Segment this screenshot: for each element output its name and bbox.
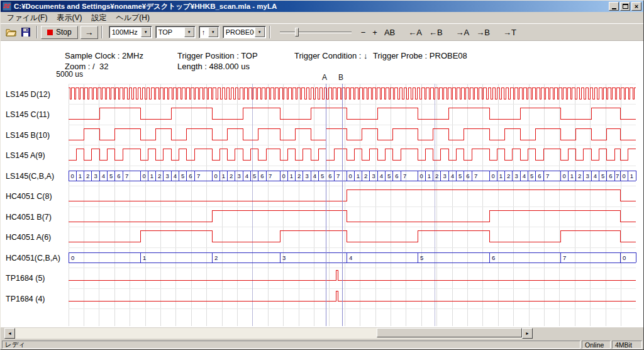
zoom-out-button[interactable]: −	[358, 26, 369, 38]
sample-clock-info: Sample Clock : 2MHz	[65, 51, 143, 60]
menu-help[interactable]: ヘルプ(H)	[111, 11, 155, 25]
bus-value: 0	[492, 172, 495, 179]
title-bar[interactable]: C:¥Documents and Settings¥noname¥デスクトップ¥…	[1, 1, 643, 12]
goto-cursor-b-button[interactable]: →B	[474, 26, 492, 38]
chevron-down-icon[interactable]: ▼	[255, 27, 265, 37]
trigger-probe-info: Trigger Probe : PROBE08	[373, 51, 467, 60]
bus-value: 5	[530, 172, 533, 179]
bus-value: 1	[290, 172, 293, 179]
open-file-button[interactable]	[3, 25, 18, 39]
bus-value: 6	[117, 172, 120, 179]
channel-label: LS145 C(11)	[6, 110, 50, 119]
bus-value: 5	[109, 172, 113, 179]
trigger-position-select[interactable]: TOP ▼	[155, 26, 196, 38]
menu-view[interactable]: 表示(V)	[52, 11, 87, 25]
channel-row-10: TP1684 (4)	[6, 291, 636, 303]
channel-label: HC4051(C,B,A)	[6, 254, 60, 262]
bus-value: 2	[86, 172, 89, 179]
bus-value: 0	[282, 172, 286, 179]
bus-value: 4	[102, 172, 105, 179]
set-cursor-a-button[interactable]: ←A	[406, 26, 425, 38]
bus-value: 4	[245, 172, 248, 179]
bus-value: 2	[297, 172, 301, 179]
bus-value: 1	[499, 172, 502, 179]
trigger-edge-select[interactable]: ↑ ▼	[199, 26, 219, 38]
channel-row-7: HC4051 A(6)	[6, 231, 636, 242]
bus-value: 7	[474, 172, 477, 179]
trigger-probe-value: PROBE00	[223, 28, 254, 36]
minimize-icon	[612, 8, 616, 9]
bus-value: 0	[71, 254, 74, 261]
stop-label: Stop	[56, 28, 72, 37]
bus-value: 4	[174, 172, 177, 179]
bus-value: 4	[349, 254, 352, 261]
bus-value: 6	[328, 172, 331, 179]
bus-value: 3	[586, 172, 589, 179]
maximize-button[interactable]	[620, 2, 630, 11]
save-button[interactable]	[18, 25, 33, 39]
stop-icon	[47, 30, 53, 35]
horizontal-scrollbar[interactable]: ◄ ►	[4, 328, 533, 339]
bus-value: 4	[313, 172, 316, 179]
scroll-left-button[interactable]: ◄	[4, 328, 15, 339]
sample-clock-select[interactable]: 100MHz ▼	[109, 26, 152, 38]
trigger-edge-value: ↑	[199, 28, 208, 36]
channel-label: LS145(C,B,A)	[6, 172, 54, 181]
waveform-grid	[69, 84, 636, 326]
trace	[69, 291, 636, 301]
bus-value: 3	[372, 172, 375, 179]
bus-value: 7	[269, 172, 272, 179]
close-button[interactable]: ×	[631, 2, 641, 11]
trace	[69, 128, 636, 140]
save-floppy-icon	[21, 28, 30, 37]
bus-value: 1	[570, 172, 574, 179]
minimize-button[interactable]	[609, 2, 619, 11]
chevron-down-icon[interactable]: ▼	[141, 27, 151, 37]
cursor-ab-button[interactable]: AB	[382, 26, 397, 38]
channel-row-9: TP1684 (5)	[6, 271, 636, 283]
goto-trigger-button[interactable]: →T	[501, 26, 519, 38]
zoom-slider[interactable]	[279, 26, 353, 38]
bus-value: 0	[623, 172, 626, 179]
chevron-down-icon[interactable]: ▼	[208, 27, 218, 37]
scroll-right-button[interactable]: ►	[522, 328, 533, 339]
bus-value: 5	[458, 172, 462, 179]
trigger-probe-select[interactable]: PROBE00 ▼	[223, 26, 266, 38]
bus-value: 1	[150, 172, 153, 179]
toolbar: Stop → 100MHz ▼ TOP ▼ ↑ ▼ PROBE00 ▼ − + …	[1, 24, 643, 41]
chevron-down-icon[interactable]: ▼	[184, 27, 194, 37]
scrollbar-strip: ◄ ►	[1, 327, 643, 340]
bus-value: 1	[428, 172, 431, 179]
channel-label: TP1684 (4)	[6, 295, 45, 303]
stop-button[interactable]: Stop	[41, 26, 78, 39]
bus-value: 6	[189, 172, 192, 179]
toolbar-separator	[269, 26, 270, 38]
app-icon	[3, 2, 11, 11]
channel-row-6: HC4051 B(7)	[6, 210, 636, 222]
bus-value: 4	[523, 172, 526, 179]
bus-value: 6	[260, 172, 264, 179]
menu-bar: ファイル(F) 表示(V) 設定 ヘルプ(H)	[1, 12, 643, 24]
goto-cursor-a-button[interactable]: →A	[453, 26, 472, 38]
status-message: レディ	[2, 341, 580, 349]
set-cursor-b-button[interactable]: ←B	[426, 26, 445, 38]
zoom-in-button[interactable]: +	[370, 26, 380, 38]
trigger-position-value: TOP	[156, 28, 184, 36]
bus-value: 2	[507, 172, 510, 179]
channel-row-2: LS145 B(10)	[6, 128, 636, 140]
bus-value: 5	[321, 172, 324, 179]
bus-value: 3	[443, 172, 446, 179]
slider-thumb[interactable]	[295, 28, 299, 37]
scrollbar-track[interactable]	[15, 328, 522, 339]
channel-label: LS145 B(10)	[6, 131, 50, 140]
bus-value: 7	[546, 172, 549, 179]
menu-settings[interactable]: 設定	[87, 11, 111, 25]
trace	[69, 210, 636, 222]
channel-label: TP1684 (5)	[6, 274, 45, 283]
run-button[interactable]: →	[80, 26, 98, 39]
scrollbar-thumb[interactable]	[377, 328, 522, 337]
trace	[69, 190, 636, 201]
channel-row-5: HC4051 C(8)	[6, 190, 636, 201]
bus-value: 1	[630, 172, 633, 179]
menu-file[interactable]: ファイル(F)	[3, 11, 52, 25]
